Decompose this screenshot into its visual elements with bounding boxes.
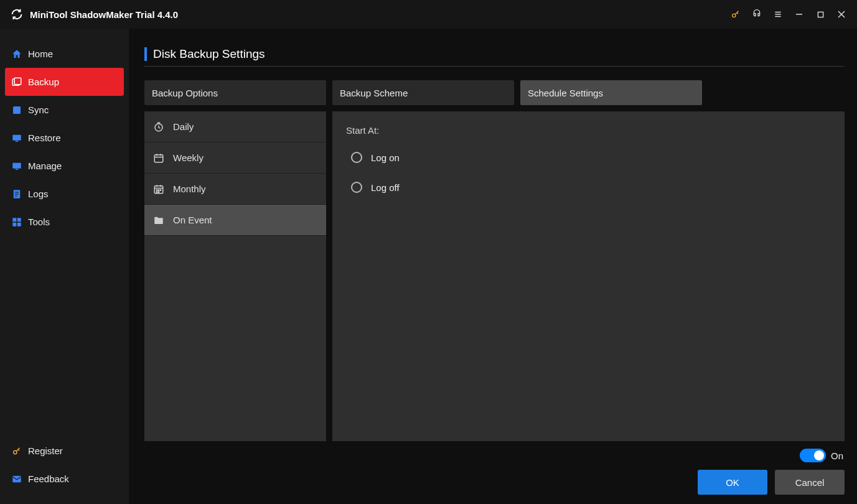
- schedule-mode-label: On Event: [173, 215, 212, 225]
- svg-rect-5: [818, 12, 823, 17]
- schedule-detail-panel: Start At: Log on Log off: [332, 111, 845, 441]
- svg-rect-11: [12, 134, 21, 140]
- close-button[interactable]: [831, 4, 852, 25]
- clock-icon: [153, 121, 164, 133]
- start-at-label: Start At:: [346, 125, 831, 136]
- svg-point-38: [158, 191, 159, 192]
- sidebar-item-logs[interactable]: Logs: [0, 180, 129, 208]
- main-panel: Disk Backup Settings Backup Options Back…: [129, 29, 857, 504]
- svg-rect-19: [12, 218, 16, 222]
- sync-icon: [11, 105, 22, 116]
- sidebar-item-restore[interactable]: Restore: [0, 124, 129, 152]
- cancel-button[interactable]: Cancel: [775, 470, 845, 495]
- schedule-toggle-wrap: On: [800, 449, 843, 462]
- svg-rect-13: [12, 162, 21, 168]
- sidebar-item-label: Sync: [28, 105, 49, 115]
- sidebar-item-label: Logs: [28, 189, 49, 199]
- media-icon[interactable]: [746, 4, 767, 25]
- content-row: Daily Weekly Monthly: [144, 111, 845, 441]
- svg-rect-9: [14, 78, 21, 85]
- footer-buttons: OK Cancel: [144, 470, 845, 495]
- tab-backup-scheme[interactable]: Backup Scheme: [332, 80, 514, 105]
- tab-backup-options[interactable]: Backup Options: [144, 80, 326, 105]
- manage-icon: [11, 161, 22, 172]
- button-label: OK: [726, 477, 739, 488]
- svg-point-35: [158, 189, 159, 190]
- app-title: MiniTool ShadowMaker Trial 4.4.0: [30, 9, 178, 20]
- svg-rect-21: [12, 222, 16, 226]
- register-key-icon: [11, 446, 22, 457]
- schedule-mode-weekly[interactable]: Weekly: [144, 142, 326, 174]
- backup-icon: [11, 77, 22, 88]
- radio-label: Log on: [371, 152, 400, 163]
- key-icon[interactable]: [725, 4, 746, 25]
- sidebar-item-label: Home: [28, 49, 53, 59]
- radio-circle-icon: [351, 152, 362, 163]
- radio-log-off[interactable]: Log off: [351, 182, 831, 193]
- tab-schedule-settings[interactable]: Schedule Settings: [520, 80, 702, 105]
- sidebar: Home Backup Sync Restore: [0, 29, 129, 504]
- sidebar-item-register[interactable]: Register: [0, 437, 129, 465]
- titlebar: MiniTool ShadowMaker Trial 4.4.0: [0, 0, 857, 29]
- page-title-row: Disk Backup Settings: [144, 47, 845, 61]
- title-accent-bar: [144, 47, 147, 61]
- sidebar-item-label: Register: [28, 446, 63, 456]
- page-title: Disk Backup Settings: [153, 47, 265, 61]
- sidebar-item-home[interactable]: Home: [0, 40, 129, 68]
- radio-circle-icon: [351, 182, 362, 193]
- app-logo-icon: [10, 7, 24, 21]
- calendar-week-icon: [153, 152, 164, 164]
- home-icon: [11, 49, 22, 60]
- sidebar-item-manage[interactable]: Manage: [0, 152, 129, 180]
- tab-label: Schedule Settings: [528, 88, 603, 98]
- svg-rect-24: [12, 475, 21, 482]
- schedule-mode-monthly[interactable]: Monthly: [144, 174, 326, 205]
- app-window: MiniTool ShadowMaker Trial 4.4.0: [0, 0, 857, 504]
- svg-point-34: [156, 189, 157, 190]
- svg-rect-26: [154, 154, 163, 162]
- menu-icon[interactable]: [767, 4, 789, 25]
- sidebar-item-sync[interactable]: Sync: [0, 96, 129, 124]
- svg-rect-22: [17, 222, 21, 226]
- svg-rect-20: [17, 218, 21, 222]
- schedule-mode-label: Weekly: [173, 152, 204, 163]
- sidebar-item-feedback[interactable]: Feedback: [0, 465, 129, 493]
- button-label: Cancel: [795, 477, 825, 488]
- schedule-mode-label: Monthly: [173, 184, 206, 194]
- logs-icon: [11, 189, 22, 200]
- tab-label: Backup Scheme: [340, 88, 408, 98]
- tools-icon: [11, 217, 22, 228]
- feedback-mail-icon: [11, 474, 22, 485]
- radio-label: Log off: [371, 182, 400, 193]
- ok-button[interactable]: OK: [698, 470, 767, 495]
- schedule-mode-list: Daily Weekly Monthly: [144, 111, 326, 441]
- footer: On: [144, 441, 845, 462]
- maximize-button[interactable]: [810, 4, 831, 25]
- schedule-mode-daily[interactable]: Daily: [144, 111, 326, 142]
- sidebar-item-label: Backup: [28, 77, 59, 87]
- folder-event-icon: [153, 215, 164, 226]
- schedule-mode-label: Daily: [173, 121, 194, 132]
- sidebar-item-label: Manage: [28, 161, 62, 171]
- schedule-toggle[interactable]: [800, 449, 826, 462]
- toggle-label: On: [831, 450, 843, 461]
- radio-log-on[interactable]: Log on: [351, 152, 831, 163]
- svg-point-36: [160, 189, 161, 190]
- tab-label: Backup Options: [152, 88, 218, 98]
- calendar-month-icon: [153, 184, 164, 195]
- sidebar-item-label: Feedback: [28, 474, 69, 484]
- sidebar-item-tools[interactable]: Tools: [0, 208, 129, 236]
- minimize-button[interactable]: [789, 4, 810, 25]
- svg-point-37: [156, 191, 157, 192]
- body: Home Backup Sync Restore: [0, 29, 857, 504]
- sidebar-item-label: Restore: [28, 133, 61, 143]
- sidebar-item-backup[interactable]: Backup: [5, 68, 124, 96]
- sidebar-item-label: Tools: [28, 217, 50, 227]
- svg-rect-12: [16, 141, 19, 142]
- svg-rect-14: [16, 169, 19, 170]
- tabs: Backup Options Backup Scheme Schedule Se…: [144, 80, 845, 105]
- schedule-mode-on-event[interactable]: On Event: [144, 205, 326, 236]
- svg-rect-10: [13, 106, 21, 114]
- restore-icon: [11, 133, 22, 144]
- title-divider: [144, 66, 845, 67]
